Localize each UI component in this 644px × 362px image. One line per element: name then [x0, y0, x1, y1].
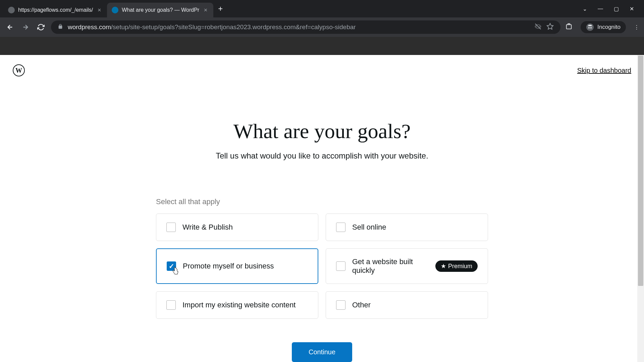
close-icon[interactable]: × — [96, 7, 102, 13]
checkbox[interactable] — [336, 223, 345, 232]
continue-button[interactable]: Continue — [292, 342, 352, 362]
page-title: What are your goals? — [101, 119, 543, 143]
goal-option-write-publish[interactable]: Write & Publish — [156, 214, 318, 241]
close-window-button[interactable]: ✕ — [630, 6, 634, 12]
page-body: Skip to dashboard What are your goals? T… — [0, 55, 644, 362]
goal-option-sell-online[interactable]: Sell online — [326, 214, 488, 241]
option-label: Promote myself or business — [183, 262, 308, 270]
option-label: Other — [352, 301, 478, 309]
tab-title: https://pageflows.com/_/emails/ — [18, 7, 93, 13]
toolbar-icons: Incognito ⋮ — [565, 21, 639, 33]
goal-option-promote[interactable]: Promote myself or business — [156, 248, 318, 284]
incognito-badge[interactable]: Incognito — [581, 21, 626, 33]
reload-button[interactable] — [36, 22, 46, 33]
kebab-menu-icon[interactable]: ⋮ — [634, 24, 639, 31]
wordpress-icon — [112, 7, 118, 13]
bookmark-icon[interactable] — [546, 23, 554, 32]
premium-badge: ★ Premium — [435, 260, 478, 272]
checkbox[interactable] — [166, 300, 176, 310]
skip-to-dashboard-link[interactable]: Skip to dashboard — [577, 67, 631, 74]
page-subtitle: Tell us what would you like to accomplis… — [101, 151, 543, 161]
star-icon: ★ — [441, 262, 446, 270]
window-controls: ⌄ — ▢ ✕ — [576, 6, 641, 12]
incognito-icon — [586, 23, 594, 31]
browser-tab[interactable]: https://pageflows.com/_/emails/ × — [3, 3, 107, 17]
maximize-button[interactable]: ▢ — [614, 6, 619, 12]
wordpress-logo[interactable] — [13, 64, 25, 76]
goal-option-built-quickly[interactable]: Get a website built quickly ★ Premium — [326, 248, 488, 284]
svg-point-2 — [586, 23, 594, 31]
browser-tab-strip: https://pageflows.com/_/emails/ × What a… — [0, 0, 644, 17]
browser-tab[interactable]: What are your goals? — WordPr × — [107, 3, 213, 17]
tabs-row: https://pageflows.com/_/emails/ × What a… — [3, 0, 576, 17]
option-label: Import my existing website content — [182, 301, 308, 309]
scrollbar[interactable] — [637, 55, 644, 362]
tab-title: What are your goals? — WordPr — [122, 7, 199, 13]
lock-icon — [58, 24, 63, 31]
checkbox[interactable] — [167, 261, 176, 271]
checkbox[interactable] — [336, 261, 345, 271]
tracking-protection-icon[interactable] — [534, 23, 542, 32]
svg-rect-1 — [567, 25, 572, 29]
extensions-icon[interactable] — [565, 23, 573, 32]
forward-button[interactable] — [20, 22, 31, 33]
new-tab-button[interactable]: + — [213, 4, 227, 13]
option-label: Write & Publish — [182, 223, 308, 232]
option-label: Sell online — [352, 223, 478, 232]
url-text: wordpress.com/setup/site-setup/goals?sit… — [68, 23, 530, 31]
option-label: Get a website built quickly — [352, 257, 429, 275]
close-icon[interactable]: × — [203, 7, 209, 13]
page-top-band — [0, 37, 644, 55]
minimize-button[interactable]: — — [598, 6, 603, 12]
page-header: Skip to dashboard — [0, 55, 644, 86]
goal-option-other[interactable]: Other — [326, 291, 488, 319]
back-button[interactable] — [5, 22, 15, 33]
checkbox[interactable] — [336, 300, 345, 310]
chevron-down-icon[interactable]: ⌄ — [583, 6, 587, 12]
url-bar[interactable]: wordpress.com/setup/site-setup/goals?sit… — [51, 20, 560, 34]
address-bar: wordpress.com/setup/site-setup/goals?sit… — [0, 17, 644, 37]
options-grid: Write & Publish Sell online Promote myse… — [156, 214, 488, 319]
options-container: Select all that apply Write & Publish Se… — [101, 197, 543, 362]
select-hint: Select all that apply — [156, 197, 488, 206]
checkbox[interactable] — [166, 223, 176, 232]
goal-option-import[interactable]: Import my existing website content — [156, 291, 318, 319]
scrollbar-thumb[interactable] — [638, 56, 643, 286]
globe-icon — [8, 7, 15, 13]
content: What are your goals? Tell us what would … — [80, 119, 564, 362]
